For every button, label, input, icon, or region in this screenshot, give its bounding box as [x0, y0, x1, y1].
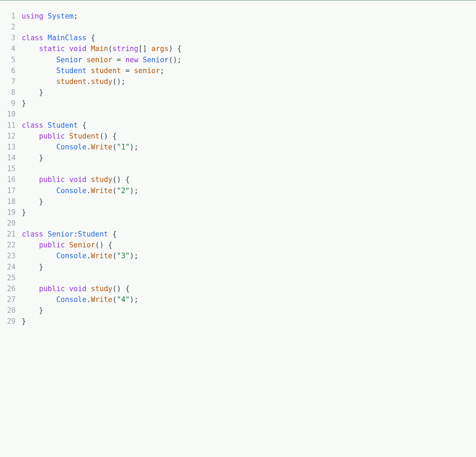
code-token: senior — [134, 66, 160, 75]
code-token: Student — [48, 121, 78, 129]
line-content — [22, 22, 476, 33]
line-number: 18 — [7, 196, 22, 207]
line-content — [22, 163, 476, 174]
line-number: 11 — [7, 120, 22, 131]
line-content: Console.Write("3"); — [22, 251, 476, 261]
code-token: Console — [56, 252, 86, 260]
code-token: . — [86, 187, 91, 195]
line-content: } — [22, 262, 476, 273]
line-number: 14 — [7, 153, 22, 163]
code-line: 15 — [7, 163, 476, 174]
code-token: ( — [108, 44, 112, 53]
line-content: class Student { — [22, 120, 476, 131]
code-token: Write — [91, 295, 113, 304]
code-line: 12 public Student() { — [7, 131, 476, 142]
code-token: Senior — [69, 241, 95, 249]
code-token: class — [22, 230, 48, 238]
line-number: 16 — [7, 174, 22, 185]
code-token: "4" — [117, 295, 130, 304]
code-line: 1using System; — [7, 11, 476, 22]
code-token: () { — [112, 175, 130, 184]
code-token: System — [48, 12, 74, 20]
code-token: public — [39, 284, 69, 293]
code-token: Write — [91, 187, 113, 195]
line-content: Senior senior = new Senior(); — [22, 55, 476, 65]
code-token: } — [22, 99, 26, 107]
code-token — [22, 241, 39, 249]
code-token: public — [39, 132, 69, 140]
code-token: ) { — [169, 44, 182, 53]
line-content: public void study() { — [22, 174, 476, 185]
code-token — [22, 175, 39, 184]
line-number: 26 — [7, 283, 22, 294]
code-token: ); — [130, 252, 139, 260]
code-token: ); — [130, 295, 139, 304]
line-content: class Senior:Student { — [22, 229, 476, 240]
code-line: 17 Console.Write("2"); — [7, 185, 476, 196]
code-line: 7 student.study(); — [7, 76, 476, 87]
line-content: } — [22, 98, 476, 109]
code-token: { — [78, 121, 86, 129]
code-token: (); — [112, 77, 125, 86]
code-token: student — [91, 66, 121, 75]
code-token: } — [22, 317, 26, 325]
line-number: 2 — [7, 22, 22, 33]
code-line: 28 } — [7, 305, 476, 316]
code-line: 16 public void study() { — [7, 174, 476, 185]
code-token: Senior — [48, 230, 74, 238]
code-token — [22, 143, 56, 151]
code-token: { — [86, 34, 95, 42]
code-token: ( — [112, 187, 117, 195]
code-token: . — [86, 295, 91, 304]
code-line: 14 } — [7, 153, 476, 163]
line-content: } — [22, 153, 476, 163]
code-token: MainClass — [48, 34, 86, 42]
code-token: Write — [91, 252, 113, 260]
code-line: 21class Senior:Student { — [7, 229, 476, 240]
code-token: () { — [99, 132, 117, 140]
code-token: study — [91, 284, 113, 293]
code-token: student — [56, 77, 86, 86]
line-content: } — [22, 305, 476, 316]
line-content: } — [22, 316, 476, 327]
code-line: 10 — [7, 109, 476, 120]
code-token: } — [22, 208, 26, 217]
line-number: 12 — [7, 131, 22, 142]
code-token: ( — [112, 143, 117, 151]
code-token: . — [86, 77, 91, 86]
line-number: 19 — [7, 207, 22, 218]
line-number: 4 — [7, 43, 22, 54]
code-token: } — [22, 88, 43, 97]
code-token: : — [74, 230, 78, 238]
code-token: Student — [69, 132, 99, 140]
line-number: 20 — [7, 218, 22, 229]
code-token: void — [69, 284, 91, 293]
line-content: public Senior() { — [22, 240, 476, 251]
code-line: 8 } — [7, 87, 476, 98]
code-token — [22, 284, 39, 293]
code-token — [22, 295, 56, 304]
code-token: study — [91, 175, 113, 184]
line-content: } — [22, 207, 476, 218]
code-token — [86, 66, 91, 75]
code-token: class — [22, 121, 48, 129]
code-line: 23 Console.Write("3"); — [7, 251, 476, 261]
line-number: 21 — [7, 229, 22, 240]
code-token — [22, 132, 39, 140]
line-number: 23 — [7, 251, 22, 261]
line-number: 8 — [7, 87, 22, 98]
code-token: "2" — [117, 187, 130, 195]
code-token: } — [22, 154, 43, 162]
code-token: void — [69, 175, 91, 184]
line-content — [22, 273, 476, 283]
code-token: args — [151, 44, 168, 53]
code-token: "1" — [117, 143, 130, 151]
line-number: 1 — [7, 11, 22, 22]
line-number: 25 — [7, 273, 22, 283]
line-content: public Student() { — [22, 131, 476, 142]
code-token: new — [125, 56, 142, 64]
code-token: { — [108, 230, 117, 238]
code-token — [22, 187, 56, 195]
code-token: Console — [56, 143, 86, 151]
line-content: Console.Write("2"); — [22, 185, 476, 196]
